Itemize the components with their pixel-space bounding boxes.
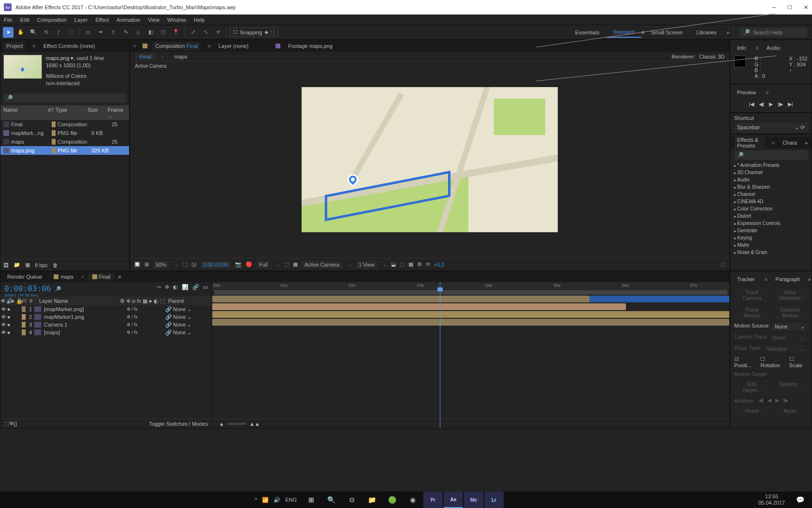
folder-icon[interactable]: 📁 bbox=[14, 262, 20, 268]
track-bar[interactable] bbox=[212, 311, 729, 318]
fx-category[interactable]: Keying bbox=[730, 234, 812, 241]
comp-menu-icon[interactable]: ≡ bbox=[207, 43, 210, 49]
tl-icon-fr[interactable]: ✲ bbox=[165, 284, 169, 290]
tray-lang[interactable]: ENG bbox=[285, 497, 297, 503]
snapshot-icon[interactable]: 📷 bbox=[235, 261, 242, 268]
roto-tool-icon[interactable]: ⬡ bbox=[158, 27, 169, 38]
track-motion-button[interactable]: Track Motion bbox=[734, 305, 769, 320]
renderer-select[interactable]: Classic 3D bbox=[699, 54, 725, 60]
time-ruler[interactable]: :00s01s02s03s04s05s06s07s bbox=[212, 282, 729, 291]
analyze-fwd1-icon[interactable]: ▶ bbox=[775, 397, 779, 403]
time-display[interactable]: 0:00:03:06 bbox=[200, 261, 231, 269]
clock-time[interactable]: 13:55 bbox=[758, 493, 785, 500]
clone-tool-icon[interactable]: ⎌ bbox=[133, 27, 144, 38]
layer-row[interactable]: 👁● 3 Camera 1 ⚙ / fx 🔗 None ⌄ bbox=[0, 321, 212, 329]
motion-source-select[interactable]: None⌄ bbox=[772, 323, 808, 331]
menu-animation[interactable]: Animation bbox=[116, 17, 140, 23]
zoom-tool-icon[interactable]: 🔍 bbox=[28, 27, 39, 38]
ws-overflow-icon[interactable]: » bbox=[724, 30, 732, 35]
axis-view-icon[interactable]: ⤧ bbox=[213, 27, 223, 38]
current-track-select[interactable]: None⌄ bbox=[770, 334, 808, 342]
menu-edit[interactable]: Edit bbox=[20, 17, 29, 23]
tab-composition[interactable]: Composition Final bbox=[152, 42, 201, 50]
menu-composition[interactable]: Composition bbox=[37, 17, 67, 23]
fx-category[interactable]: Matte bbox=[730, 241, 812, 249]
tl-icon-graph[interactable]: 📊 bbox=[182, 284, 188, 290]
fx-category[interactable]: Color Correction bbox=[730, 205, 812, 212]
taskview-icon[interactable]: ⧉ bbox=[342, 492, 362, 508]
tl-search-icon[interactable]: 🔎 bbox=[55, 286, 61, 292]
tracker-menu-icon[interactable]: ≡ bbox=[765, 276, 768, 282]
fx-category[interactable]: Blur & Sharpen bbox=[730, 183, 812, 191]
fx-category[interactable]: * Animation Presets bbox=[730, 162, 812, 169]
ws-essentials[interactable]: Essentials bbox=[568, 28, 606, 37]
brush-tool-icon[interactable]: ✎ bbox=[120, 27, 131, 38]
last-frame-icon[interactable]: ▶| bbox=[788, 101, 793, 107]
mediaencoder-icon[interactable]: Me bbox=[464, 492, 483, 508]
project-search[interactable]: 🔎 bbox=[3, 93, 126, 103]
zoom-slider[interactable] bbox=[227, 423, 246, 425]
search-help[interactable]: 🔎 Search Help bbox=[740, 28, 807, 37]
tl-menu-icon[interactable]: ≡ bbox=[118, 274, 121, 280]
close-button[interactable]: ✕ bbox=[804, 4, 808, 11]
tl-icon-rect[interactable]: ▭ bbox=[203, 284, 208, 290]
cb-position[interactable]: ☑ Positi... bbox=[734, 356, 756, 368]
premiere-icon[interactable]: Pr bbox=[423, 492, 443, 508]
vb-icon2[interactable]: ⬚ bbox=[400, 261, 405, 268]
maximize-button[interactable]: ☐ bbox=[787, 4, 792, 11]
orbit-tool-icon[interactable]: ⟲ bbox=[41, 27, 51, 38]
fast-preview-icon[interactable]: ⬚ bbox=[721, 261, 725, 268]
snap-opt1-icon[interactable]: ◈ bbox=[264, 29, 268, 35]
project-item[interactable]: maps Composition 25 bbox=[0, 137, 129, 146]
tab-render-queue[interactable]: Render Queue bbox=[3, 273, 46, 281]
track-type-select[interactable]: Stabilize⌄ bbox=[764, 345, 808, 353]
cb-scale[interactable]: ☐ Scale bbox=[789, 356, 808, 368]
tab-project[interactable]: Project bbox=[3, 42, 26, 50]
tl-icon-shy[interactable]: ⤳ bbox=[157, 284, 161, 290]
mag-icon[interactable]: 🔲 bbox=[134, 261, 141, 268]
tl-icon-link[interactable]: 🔗 bbox=[192, 284, 199, 290]
tab-audio[interactable]: Audio bbox=[764, 44, 783, 52]
tab-character[interactable]: Chara bbox=[780, 138, 800, 147]
track-bar[interactable] bbox=[212, 303, 626, 310]
tab-info[interactable]: Info bbox=[734, 44, 749, 52]
clock-date[interactable]: 05.04.2017 bbox=[758, 500, 785, 506]
start-button[interactable]: ⊞ bbox=[302, 492, 321, 508]
explorer-icon[interactable]: 📁 bbox=[362, 492, 382, 508]
layer-row[interactable]: 👁● 1 [mapMarker.png] ⚙ / fx 🔗 None ⌄ bbox=[0, 305, 212, 313]
eraser-tool-icon[interactable]: ◧ bbox=[145, 27, 156, 38]
zoom-out-icon[interactable]: ▲ bbox=[219, 421, 224, 427]
tab-layer[interactable]: Layer (none) bbox=[216, 42, 251, 50]
track-bar[interactable] bbox=[212, 319, 729, 326]
viewport[interactable] bbox=[302, 87, 558, 232]
tab-effects[interactable]: Effects & Presets bbox=[734, 135, 765, 150]
grid-icon[interactable]: ⊞ bbox=[145, 261, 149, 268]
tl-foot-icon2[interactable]: ✲ bbox=[9, 420, 14, 427]
fx-category[interactable]: Generate bbox=[730, 227, 812, 234]
subtab-final[interactable]: Final bbox=[135, 53, 156, 60]
project-item[interactable]: maps.png PNG file 328 KB bbox=[0, 146, 129, 155]
menu-effect[interactable]: Effect bbox=[95, 17, 109, 23]
trash-icon[interactable]: 🗑 bbox=[53, 262, 58, 268]
menu-window[interactable]: Window bbox=[167, 17, 186, 23]
selection-tool-icon[interactable]: ➤ bbox=[3, 27, 14, 38]
pen-tool-icon[interactable]: ✒ bbox=[95, 27, 106, 38]
cb-rotation[interactable]: ☐ Rotation bbox=[760, 356, 785, 368]
vb-icon3[interactable]: ▦ bbox=[408, 261, 413, 268]
fx-category[interactable]: CINEMA 4D bbox=[730, 198, 812, 205]
fx-category[interactable]: Channel bbox=[730, 191, 812, 198]
footage-name[interactable]: maps.png ▾ bbox=[46, 55, 73, 61]
warp-stabilizer-button[interactable]: Warp Stabilizer bbox=[772, 288, 808, 302]
ws-libraries[interactable]: Libraries bbox=[690, 28, 724, 37]
puppet-tool-icon[interactable]: 📍 bbox=[171, 27, 181, 38]
layer-row[interactable]: 👁● 2 mapMarker1.png ⚙ / fx 🔗 None ⌄ bbox=[0, 313, 212, 321]
transp-icon[interactable]: ▦ bbox=[293, 261, 298, 268]
rect-tool-icon[interactable]: ▭ bbox=[83, 27, 93, 38]
fx-category[interactable]: Expression Controls bbox=[730, 220, 812, 227]
shortcut-select[interactable]: Spacebar⌄ ⟳ bbox=[734, 123, 808, 132]
camera-tool-icon[interactable]: ⬚ bbox=[66, 27, 76, 38]
comp-new-icon[interactable]: ▦ bbox=[25, 262, 30, 268]
chrome-icon[interactable]: 🟢 bbox=[383, 492, 402, 508]
timecode[interactable]: 0:00:03:06 bbox=[4, 284, 51, 293]
track-bar[interactable] bbox=[212, 296, 590, 302]
